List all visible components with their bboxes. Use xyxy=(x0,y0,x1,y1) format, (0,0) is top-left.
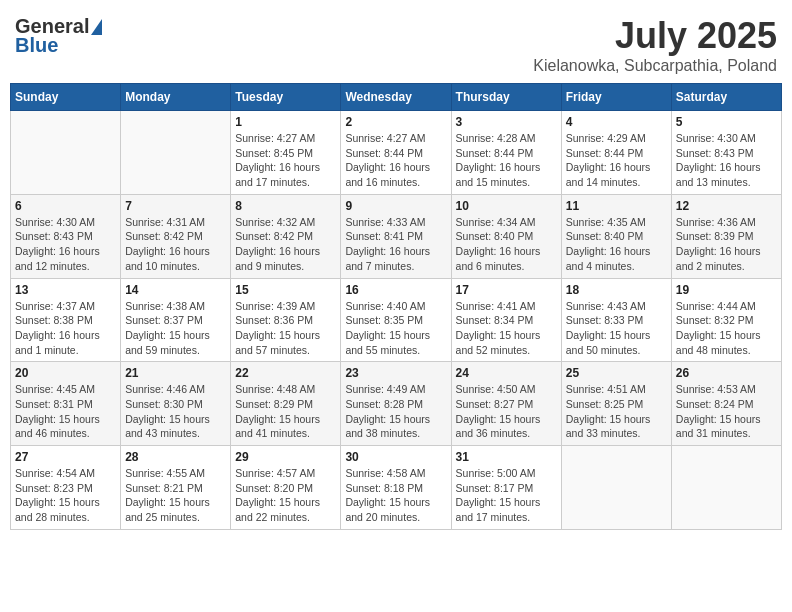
calendar-table: SundayMondayTuesdayWednesdayThursdayFrid… xyxy=(10,83,782,530)
day-info: Sunrise: 4:32 AM Sunset: 8:42 PM Dayligh… xyxy=(235,215,336,274)
day-info: Sunrise: 4:27 AM Sunset: 8:44 PM Dayligh… xyxy=(345,131,446,190)
calendar-cell: 4Sunrise: 4:29 AM Sunset: 8:44 PM Daylig… xyxy=(561,111,671,195)
day-number: 17 xyxy=(456,283,557,297)
day-number: 16 xyxy=(345,283,446,297)
weekday-header-tuesday: Tuesday xyxy=(231,84,341,111)
calendar-cell: 22Sunrise: 4:48 AM Sunset: 8:29 PM Dayli… xyxy=(231,362,341,446)
day-number: 26 xyxy=(676,366,777,380)
day-number: 6 xyxy=(15,199,116,213)
calendar-cell: 6Sunrise: 4:30 AM Sunset: 8:43 PM Daylig… xyxy=(11,194,121,278)
calendar-cell: 2Sunrise: 4:27 AM Sunset: 8:44 PM Daylig… xyxy=(341,111,451,195)
calendar-week-row: 13Sunrise: 4:37 AM Sunset: 8:38 PM Dayli… xyxy=(11,278,782,362)
calendar-cell: 11Sunrise: 4:35 AM Sunset: 8:40 PM Dayli… xyxy=(561,194,671,278)
logo-triangle-icon xyxy=(91,19,102,35)
day-number: 8 xyxy=(235,199,336,213)
day-number: 22 xyxy=(235,366,336,380)
calendar-cell: 27Sunrise: 4:54 AM Sunset: 8:23 PM Dayli… xyxy=(11,446,121,530)
logo-blue-text: Blue xyxy=(15,34,58,57)
day-number: 18 xyxy=(566,283,667,297)
weekday-header-monday: Monday xyxy=(121,84,231,111)
day-info: Sunrise: 4:39 AM Sunset: 8:36 PM Dayligh… xyxy=(235,299,336,358)
calendar-week-row: 20Sunrise: 4:45 AM Sunset: 8:31 PM Dayli… xyxy=(11,362,782,446)
day-info: Sunrise: 4:38 AM Sunset: 8:37 PM Dayligh… xyxy=(125,299,226,358)
day-info: Sunrise: 4:50 AM Sunset: 8:27 PM Dayligh… xyxy=(456,382,557,441)
day-number: 23 xyxy=(345,366,446,380)
weekday-header-thursday: Thursday xyxy=(451,84,561,111)
calendar-cell: 21Sunrise: 4:46 AM Sunset: 8:30 PM Dayli… xyxy=(121,362,231,446)
weekday-header-row: SundayMondayTuesdayWednesdayThursdayFrid… xyxy=(11,84,782,111)
calendar-cell: 10Sunrise: 4:34 AM Sunset: 8:40 PM Dayli… xyxy=(451,194,561,278)
day-info: Sunrise: 4:49 AM Sunset: 8:28 PM Dayligh… xyxy=(345,382,446,441)
weekday-header-friday: Friday xyxy=(561,84,671,111)
day-info: Sunrise: 4:40 AM Sunset: 8:35 PM Dayligh… xyxy=(345,299,446,358)
calendar-cell xyxy=(671,446,781,530)
day-info: Sunrise: 4:30 AM Sunset: 8:43 PM Dayligh… xyxy=(676,131,777,190)
calendar-week-row: 1Sunrise: 4:27 AM Sunset: 8:45 PM Daylig… xyxy=(11,111,782,195)
calendar-cell: 20Sunrise: 4:45 AM Sunset: 8:31 PM Dayli… xyxy=(11,362,121,446)
calendar-cell: 9Sunrise: 4:33 AM Sunset: 8:41 PM Daylig… xyxy=(341,194,451,278)
day-number: 29 xyxy=(235,450,336,464)
day-number: 20 xyxy=(15,366,116,380)
day-info: Sunrise: 4:44 AM Sunset: 8:32 PM Dayligh… xyxy=(676,299,777,358)
day-info: Sunrise: 4:28 AM Sunset: 8:44 PM Dayligh… xyxy=(456,131,557,190)
weekday-header-wednesday: Wednesday xyxy=(341,84,451,111)
calendar-cell: 25Sunrise: 4:51 AM Sunset: 8:25 PM Dayli… xyxy=(561,362,671,446)
day-number: 27 xyxy=(15,450,116,464)
day-number: 21 xyxy=(125,366,226,380)
day-number: 1 xyxy=(235,115,336,129)
day-info: Sunrise: 4:35 AM Sunset: 8:40 PM Dayligh… xyxy=(566,215,667,274)
day-number: 19 xyxy=(676,283,777,297)
day-info: Sunrise: 4:37 AM Sunset: 8:38 PM Dayligh… xyxy=(15,299,116,358)
day-number: 3 xyxy=(456,115,557,129)
day-number: 14 xyxy=(125,283,226,297)
page-header: General Blue July 2025 Kielanowka, Subca… xyxy=(10,10,782,75)
calendar-cell: 12Sunrise: 4:36 AM Sunset: 8:39 PM Dayli… xyxy=(671,194,781,278)
calendar-week-row: 6Sunrise: 4:30 AM Sunset: 8:43 PM Daylig… xyxy=(11,194,782,278)
day-info: Sunrise: 4:46 AM Sunset: 8:30 PM Dayligh… xyxy=(125,382,226,441)
calendar-cell xyxy=(121,111,231,195)
day-info: Sunrise: 4:34 AM Sunset: 8:40 PM Dayligh… xyxy=(456,215,557,274)
day-info: Sunrise: 4:45 AM Sunset: 8:31 PM Dayligh… xyxy=(15,382,116,441)
day-info: Sunrise: 4:58 AM Sunset: 8:18 PM Dayligh… xyxy=(345,466,446,525)
calendar-cell: 28Sunrise: 4:55 AM Sunset: 8:21 PM Dayli… xyxy=(121,446,231,530)
calendar-cell xyxy=(11,111,121,195)
day-info: Sunrise: 4:36 AM Sunset: 8:39 PM Dayligh… xyxy=(676,215,777,274)
calendar-cell: 26Sunrise: 4:53 AM Sunset: 8:24 PM Dayli… xyxy=(671,362,781,446)
day-number: 28 xyxy=(125,450,226,464)
calendar-cell: 16Sunrise: 4:40 AM Sunset: 8:35 PM Dayli… xyxy=(341,278,451,362)
day-info: Sunrise: 4:53 AM Sunset: 8:24 PM Dayligh… xyxy=(676,382,777,441)
weekday-header-sunday: Sunday xyxy=(11,84,121,111)
calendar-cell: 5Sunrise: 4:30 AM Sunset: 8:43 PM Daylig… xyxy=(671,111,781,195)
logo: General Blue xyxy=(15,15,102,57)
calendar-cell: 8Sunrise: 4:32 AM Sunset: 8:42 PM Daylig… xyxy=(231,194,341,278)
day-number: 31 xyxy=(456,450,557,464)
day-number: 9 xyxy=(345,199,446,213)
calendar-cell: 30Sunrise: 4:58 AM Sunset: 8:18 PM Dayli… xyxy=(341,446,451,530)
calendar-cell: 1Sunrise: 4:27 AM Sunset: 8:45 PM Daylig… xyxy=(231,111,341,195)
title-block: July 2025 Kielanowka, Subcarpathia, Pola… xyxy=(533,15,777,75)
day-info: Sunrise: 4:57 AM Sunset: 8:20 PM Dayligh… xyxy=(235,466,336,525)
day-info: Sunrise: 5:00 AM Sunset: 8:17 PM Dayligh… xyxy=(456,466,557,525)
day-info: Sunrise: 4:41 AM Sunset: 8:34 PM Dayligh… xyxy=(456,299,557,358)
calendar-cell: 13Sunrise: 4:37 AM Sunset: 8:38 PM Dayli… xyxy=(11,278,121,362)
day-number: 2 xyxy=(345,115,446,129)
day-info: Sunrise: 4:51 AM Sunset: 8:25 PM Dayligh… xyxy=(566,382,667,441)
calendar-cell: 18Sunrise: 4:43 AM Sunset: 8:33 PM Dayli… xyxy=(561,278,671,362)
day-number: 30 xyxy=(345,450,446,464)
day-info: Sunrise: 4:54 AM Sunset: 8:23 PM Dayligh… xyxy=(15,466,116,525)
location-title: Kielanowka, Subcarpathia, Poland xyxy=(533,57,777,75)
day-number: 13 xyxy=(15,283,116,297)
day-number: 11 xyxy=(566,199,667,213)
day-number: 15 xyxy=(235,283,336,297)
calendar-cell: 29Sunrise: 4:57 AM Sunset: 8:20 PM Dayli… xyxy=(231,446,341,530)
calendar-cell: 24Sunrise: 4:50 AM Sunset: 8:27 PM Dayli… xyxy=(451,362,561,446)
calendar-cell: 31Sunrise: 5:00 AM Sunset: 8:17 PM Dayli… xyxy=(451,446,561,530)
day-number: 7 xyxy=(125,199,226,213)
day-number: 24 xyxy=(456,366,557,380)
day-number: 4 xyxy=(566,115,667,129)
calendar-cell: 7Sunrise: 4:31 AM Sunset: 8:42 PM Daylig… xyxy=(121,194,231,278)
day-info: Sunrise: 4:48 AM Sunset: 8:29 PM Dayligh… xyxy=(235,382,336,441)
calendar-cell: 19Sunrise: 4:44 AM Sunset: 8:32 PM Dayli… xyxy=(671,278,781,362)
day-info: Sunrise: 4:55 AM Sunset: 8:21 PM Dayligh… xyxy=(125,466,226,525)
day-info: Sunrise: 4:33 AM Sunset: 8:41 PM Dayligh… xyxy=(345,215,446,274)
